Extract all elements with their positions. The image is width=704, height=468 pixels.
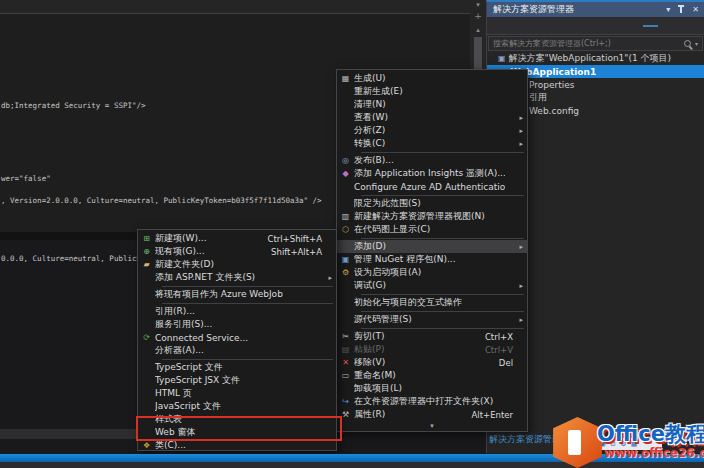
publish-icon: ◎ (337, 156, 354, 165)
menu-item[interactable]: ⊕ 现有项(G)... Shift+Alt+A (138, 245, 336, 258)
menu-item[interactable]: 转换(C) ▸ (337, 137, 527, 150)
menu-separator (361, 152, 524, 153)
menu-item[interactable]: 添加(D) ▸ (337, 240, 527, 253)
menu-item[interactable]: ▤ 粘贴(P) Ctrl+V (337, 343, 527, 356)
menu-item[interactable]: ↪ 在文件资源管理器中打开文件夹(X) (337, 395, 527, 408)
menu-item[interactable]: 重新生成(E) (337, 85, 527, 98)
newfolder-icon: ▰ (138, 260, 155, 269)
menu-item[interactable]: ⚙ 设为启动项目(A) (337, 266, 527, 279)
menu-separator (361, 294, 524, 295)
collapse-all-icon[interactable] (643, 25, 658, 27)
code-line: 0.0.0, Culture=neutral, PublicKey (1, 254, 150, 263)
annotation-highlight-box (136, 416, 342, 441)
split-add-icon[interactable]: + (470, 12, 486, 20)
menu-item[interactable]: ▰ 新建文件夹(D) (138, 258, 336, 271)
menu-item-label: 将现有项目作为 Azure WebJob (155, 288, 314, 301)
visual-studio-window: ▾ + ▴ db;Integrated Security = SSPI"/> w… (0, 0, 704, 468)
menu-item[interactable]: 调试(G) ▸ (337, 279, 527, 292)
menu-item[interactable]: ✕ 移除(V) Del (337, 356, 527, 369)
menu-item[interactable]: ▥ 新建解决方案资源管理器视图(N) (337, 210, 527, 223)
menu-separator (361, 311, 524, 312)
menu-item[interactable]: 分析器(A)... (138, 344, 336, 357)
menu-item[interactable]: 源代码管理(S) ▸ (337, 313, 527, 326)
menu-item[interactable]: 查看(W) ▸ (337, 111, 527, 124)
menu-item[interactable]: 初始化与项目的交互式操作 (337, 296, 527, 309)
menu-item[interactable]: 卸载项目(L) (337, 382, 527, 395)
scroll-up-icon[interactable]: ▴ (470, 26, 486, 34)
menu-item[interactable]: 将现有项目作为 Azure WebJob (138, 288, 336, 301)
code-line: db;Integrated Security = SSPI"/> (1, 101, 146, 110)
menu-item-label: 新建文件夹(D) (155, 258, 314, 271)
menu-item-label: 设为启动项目(A) (354, 266, 505, 279)
menu-item-label: 服务引用(S)... (155, 318, 314, 331)
paste-icon: ▤ (337, 345, 354, 354)
watermark-title: Office教程网 (597, 420, 704, 448)
menu-item[interactable]: ▦ 生成(U) (337, 72, 527, 85)
menu-item[interactable]: ▣ 管理 NuGet 程序包(N)... (337, 253, 527, 266)
remove-icon: ✕ (337, 358, 354, 367)
menu-item-label: TypeScript 文件 (155, 361, 314, 374)
menu-item[interactable]: ⊞ 新建项(W)... Ctrl+Shift+A (138, 232, 336, 245)
menu-item-shortcut: Del (499, 358, 513, 368)
tree-item-solution[interactable]: ▣ 解决方案"WebApplication1"(1 个项目) (487, 52, 704, 65)
menu-item[interactable]: Configure Azure AD Authentication... (337, 180, 527, 193)
menu-item[interactable]: 引用(R)... (138, 305, 336, 318)
editor-tab-strip (0, 0, 470, 14)
panel-toolbar (487, 17, 704, 35)
menu-item[interactable]: ◎ 发布(B)... (337, 154, 527, 167)
submenu-arrow-icon: ▸ (328, 274, 332, 282)
menu-item[interactable]: 服务引用(S)... (138, 318, 336, 331)
menu-item-label: 现有项(G)... (155, 245, 263, 258)
search-box[interactable]: 搜索解决方案资源管理器(Ctrl+;) ▾ (488, 36, 703, 51)
menu-item[interactable]: ⟳ Connected Service... (138, 331, 336, 344)
appinsights-icon: ◆ (337, 169, 354, 178)
menu-item[interactable]: 限定为此范围(S) (337, 197, 527, 210)
menu-item[interactable]: 清理(N) (337, 98, 527, 111)
connectedservice-icon: ⟳ (138, 333, 155, 342)
menu-item[interactable]: TypeScript 文件 (138, 361, 336, 374)
menu-item[interactable]: ◆ 添加 Application Insights 遥测(A)... (337, 167, 527, 180)
menu-scroll-down-icon[interactable]: ▾ (337, 422, 527, 431)
menu-item-label: 发布(B)... (354, 154, 505, 167)
menu-item[interactable]: ⚒ 属性(R) Alt+Enter (337, 408, 527, 421)
menu-item-label: 调试(G) (354, 279, 505, 292)
menu-item-label: 重新生成(E) (354, 85, 505, 98)
menu-item[interactable]: 分析(Z) ▸ (337, 124, 527, 137)
search-icon[interactable] (684, 40, 691, 47)
submenu-arrow-icon: ▸ (519, 282, 523, 290)
menu-item-label: 添加 ASP.NET 文件夹(S) (155, 271, 314, 284)
close-icon[interactable]: ✕ (692, 5, 699, 14)
rename-icon: ▭ (337, 371, 354, 380)
pin-icon[interactable] (677, 5, 685, 14)
class-icon: ❖ (138, 441, 155, 450)
menu-separator (361, 195, 524, 196)
menu-separator (361, 238, 524, 239)
menu-item-label: 在代码图上显示(C) (354, 223, 505, 236)
search-options-icon[interactable]: ▾ (695, 40, 698, 47)
menu-item[interactable]: HTML 页 (138, 387, 336, 400)
submenu-arrow-icon: ▸ (519, 114, 523, 122)
menu-item-label: 转换(C) (354, 137, 505, 150)
submenu-arrow-icon: ▸ (519, 140, 523, 148)
search-placeholder: 搜索解决方案资源管理器(Ctrl+;) (493, 38, 684, 49)
menu-item-label: JavaScript 文件 (155, 400, 314, 413)
menu-item[interactable]: JavaScript 文件 (138, 400, 336, 413)
menu-item[interactable]: TypeScript JSX 文件 (138, 374, 336, 387)
newitem-icon: ⊞ (138, 234, 155, 243)
document-dropdown-icon[interactable]: ▾ (470, 1, 486, 9)
menu-item-label: HTML 页 (155, 387, 314, 400)
menu-item-label: 添加 Application Insights 遥测(A)... (354, 167, 505, 180)
menu-separator (162, 286, 333, 287)
lower-pane-footer (0, 429, 140, 439)
menu-item-label: 分析器(A)... (155, 344, 314, 357)
menu-item[interactable]: 添加 ASP.NET 文件夹(S) ▸ (138, 271, 336, 284)
menu-item-label: 移除(V) (354, 356, 491, 369)
menu-item[interactable]: ✂ 剪切(T) Ctrl+X (337, 330, 527, 343)
menu-item-label: 新建项(W)... (155, 232, 259, 245)
menu-item-shortcut: Alt+Enter (472, 410, 513, 420)
menu-item[interactable]: ▭ 重命名(M) (337, 369, 527, 382)
menu-item[interactable]: ⬡ 在代码图上显示(C) (337, 223, 527, 236)
window-position-icon[interactable]: ▾ (666, 5, 670, 14)
openfolder-icon: ↪ (337, 397, 354, 406)
panel-title-bar[interactable]: 解决方案资源管理器 ▾ ✕ (487, 2, 704, 17)
